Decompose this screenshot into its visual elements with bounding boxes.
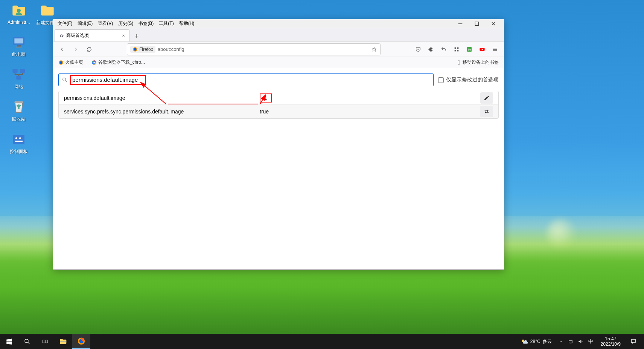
back-button[interactable]	[56, 43, 68, 55]
network-icon	[11, 67, 26, 82]
newtab-button[interactable]: +	[131, 31, 142, 41]
svg-rect-6	[20, 69, 25, 73]
desktop-icon-controlpanel[interactable]: 控制面板	[5, 132, 33, 155]
modified-only-checkbox-input[interactable]	[438, 77, 444, 83]
identity-box[interactable]: Firefox	[130, 46, 155, 53]
svg-point-24	[60, 61, 62, 64]
aboutconfig-content: 仅显示修改过的首选项 permissions.default.image 1 s…	[53, 68, 504, 269]
navigation-toolbar: Firefox about:config Se	[53, 42, 504, 57]
modified-only-checkbox[interactable]: 仅显示修改过的首选项	[438, 77, 499, 83]
pref-row[interactable]: permissions.default.image 1	[59, 91, 498, 105]
taskbar-explorer[interactable]	[54, 334, 72, 349]
folder-icon	[40, 3, 55, 18]
svg-point-10	[15, 137, 17, 139]
svg-rect-19	[457, 50, 458, 51]
user-folder-icon	[11, 3, 26, 18]
menu-history[interactable]: 历史(S)	[116, 20, 135, 28]
menu-file[interactable]: 文件(F)	[55, 20, 75, 28]
pref-row[interactable]: services.sync.prefs.sync.permissions.def…	[59, 105, 498, 118]
weather-temp: 28°C	[530, 339, 540, 344]
svg-rect-33	[43, 340, 45, 343]
svg-rect-8	[14, 101, 23, 103]
url-text: about:config	[158, 46, 184, 52]
notification-icon	[630, 338, 636, 344]
window-minimize-button[interactable]	[452, 19, 469, 28]
menu-tools[interactable]: 工具(T)	[157, 20, 176, 28]
config-search-input[interactable]	[72, 77, 144, 83]
modified-only-label: 仅显示修改过的首选项	[446, 77, 499, 83]
pref-name: permissions.default.image	[64, 95, 260, 101]
desktop-icon-network[interactable]: 网络	[5, 67, 33, 90]
app-menu-button[interactable]	[489, 43, 501, 55]
undo-button[interactable]	[438, 43, 450, 55]
tab-aboutconfig[interactable]: 高级首选项 ×	[55, 29, 130, 41]
config-search-row: 仅显示修改过的首选项	[58, 73, 499, 86]
tray-ime[interactable]: 中	[586, 334, 595, 349]
window-controls	[452, 19, 502, 28]
tab-close-button[interactable]: ×	[120, 33, 126, 39]
desktop-icon-thispc[interactable]: 此电脑	[5, 35, 33, 58]
desktop-icon-label: 回收站	[5, 116, 33, 122]
taskview-button[interactable]	[36, 334, 54, 349]
svg-rect-40	[632, 340, 636, 343]
mobile-icon	[457, 60, 461, 65]
computer-icon	[11, 35, 26, 50]
desktop-icon-administrator[interactable]: Administr...	[5, 3, 33, 25]
taskbar-firefox[interactable]	[72, 334, 90, 349]
controlpanel-icon	[11, 132, 26, 147]
window-close-button[interactable]	[485, 19, 502, 28]
annotation-highlight-search	[70, 75, 146, 85]
url-bar[interactable]: Firefox about:config	[127, 43, 381, 55]
search-icon	[62, 77, 68, 83]
forward-button[interactable]	[70, 43, 82, 55]
pref-value: true	[260, 109, 269, 115]
save-to-pocket-button[interactable]	[412, 43, 424, 55]
desktop-icon-recyclebin[interactable]: 回收站	[5, 99, 33, 122]
start-button[interactable]	[0, 334, 18, 349]
tray-volume-icon[interactable]	[577, 334, 584, 349]
selenium-button[interactable]: Se	[463, 43, 475, 55]
menu-edit[interactable]: 编辑(E)	[75, 20, 95, 28]
clock-date: 2022/10/9	[601, 341, 621, 347]
tray-network-icon[interactable]	[567, 334, 574, 349]
pref-table: permissions.default.image 1 services.syn…	[58, 91, 499, 119]
firefox-icon	[58, 60, 64, 65]
search-button[interactable]	[18, 334, 36, 349]
bookmark-label: 火狐主页	[65, 59, 83, 66]
windows-icon	[6, 338, 12, 345]
window-maximize-button[interactable]	[469, 19, 485, 28]
bookmark-star-button[interactable]	[371, 46, 377, 52]
svg-rect-7	[16, 76, 21, 80]
bookmark-mobile[interactable]: 移动设备上的书签	[454, 58, 501, 67]
chrome-icon	[91, 60, 97, 65]
tray-chevron[interactable]	[557, 334, 565, 349]
svg-rect-27	[458, 61, 460, 64]
bookmark-firefox-home[interactable]: 火狐主页	[56, 58, 85, 67]
notification-button[interactable]	[626, 334, 641, 349]
firefox-icon	[77, 337, 85, 345]
menubar: 文件(F) 编辑(E) 查看(V) 历史(S) 书签(B) 工具(T) 帮助(H…	[53, 19, 504, 28]
youtube-button[interactable]	[476, 43, 488, 55]
taskbar-clock[interactable]: 15:47 2022/10/9	[598, 336, 624, 347]
menu-help[interactable]: 帮助(H)	[177, 20, 197, 28]
desktop-icon-label: 网络	[5, 84, 33, 90]
bookmark-chrome-download[interactable]: 谷歌浏览器下载_chro...	[89, 58, 147, 67]
extension-button[interactable]	[425, 43, 437, 55]
reload-button[interactable]	[83, 43, 95, 55]
menu-bookmarks[interactable]: 书签(B)	[136, 20, 156, 28]
svg-rect-34	[46, 340, 48, 343]
weather-widget[interactable]: 28°C 多云	[518, 338, 555, 345]
menu-view[interactable]: 查看(V)	[96, 20, 115, 28]
pref-edit-button[interactable]	[480, 92, 493, 104]
config-search-box[interactable]	[58, 73, 434, 86]
apps-button[interactable]	[451, 43, 463, 55]
svg-rect-18	[455, 50, 456, 51]
svg-rect-35	[60, 341, 67, 341]
search-icon	[24, 338, 30, 345]
svg-text:Se: Se	[468, 48, 471, 51]
svg-point-15	[134, 48, 137, 51]
svg-rect-2	[14, 38, 23, 43]
pref-name: services.sync.prefs.sync.permissions.def…	[64, 109, 260, 115]
desktop-icon-label: 此电脑	[5, 51, 33, 58]
pref-toggle-button[interactable]	[480, 106, 493, 117]
